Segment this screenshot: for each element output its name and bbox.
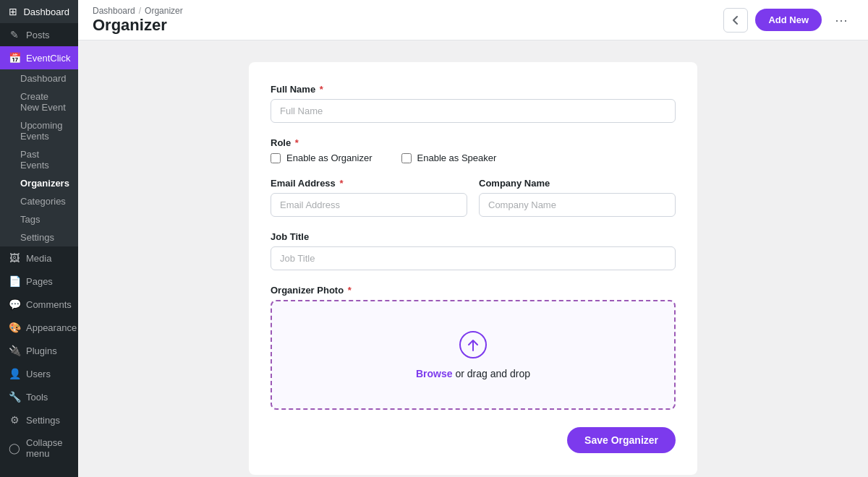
photo-upload-area[interactable]: Browse or drag and drop	[271, 300, 676, 410]
enable-speaker-checkbox[interactable]	[401, 153, 412, 163]
breadcrumb-current: Organizer	[145, 6, 183, 16]
job-title-input[interactable]	[271, 246, 676, 270]
role-required: *	[295, 137, 299, 148]
sidebar-label-appearance: Appearance	[26, 322, 77, 333]
sidebar-item-posts[interactable]: ✎ Posts	[0, 23, 78, 46]
sidebar-item-collapse[interactable]: ◯ Collapse menu	[0, 431, 78, 465]
sidebar-item-settings-sub[interactable]: Settings	[0, 228, 78, 246]
sidebar-item-categories[interactable]: Categories	[0, 192, 78, 210]
sidebar-submenu: Dashboard Create New Event Upcoming Even…	[0, 69, 78, 246]
sidebar-item-dashboard[interactable]: ⊞ Dashboard	[0, 0, 78, 23]
upload-icon	[286, 330, 660, 362]
back-button[interactable]	[723, 8, 748, 33]
company-group: Company Name	[479, 178, 676, 217]
sidebar-label-eventclick: EventClick	[26, 53, 70, 64]
media-icon: 🖼	[9, 252, 20, 264]
settings-icon: ⚙	[9, 414, 20, 426]
eventclick-icon: 📅	[9, 52, 20, 64]
role-label: Role *	[271, 137, 676, 148]
sidebar-item-plugins[interactable]: 🔌 Plugins	[0, 339, 78, 362]
full-name-group: Full Name *	[271, 84, 676, 123]
sidebar-label-users: Users	[26, 369, 51, 379]
sidebar-item-tags[interactable]: Tags	[0, 210, 78, 228]
photo-required: *	[348, 285, 352, 296]
sidebar: ⊞ Dashboard ✎ Posts 📅 EventClick Dashboa…	[0, 0, 78, 477]
company-label: Company Name	[479, 178, 676, 189]
sidebar-item-upcoming-events[interactable]: Upcoming Events	[0, 116, 78, 145]
sidebar-item-media[interactable]: 🖼 Media	[0, 246, 78, 270]
sidebar-item-dashboard-sub[interactable]: Dashboard	[0, 69, 78, 87]
sidebar-label-posts: Posts	[26, 30, 50, 40]
sidebar-item-settings[interactable]: ⚙ Settings	[0, 408, 78, 431]
enable-organizer-checkbox[interactable]	[271, 153, 281, 163]
sidebar-item-eventclick[interactable]: 📅 EventClick	[0, 46, 78, 69]
back-icon	[730, 14, 741, 26]
sidebar-item-comments[interactable]: 💬 Comments	[0, 293, 78, 316]
save-organizer-button[interactable]: Save Organizer	[567, 427, 676, 453]
organizer-form-card: Full Name * Role * Enable as Organizer	[249, 62, 697, 475]
sidebar-label-media: Media	[26, 253, 51, 264]
sidebar-item-pages[interactable]: 📄 Pages	[0, 270, 78, 293]
company-input[interactable]	[479, 193, 676, 217]
topbar: Dashboard / Organizer Organizer Add New …	[78, 0, 868, 40]
sidebar-item-tools[interactable]: 🔧 Tools	[0, 385, 78, 408]
sidebar-label-dashboard: Dashboard	[23, 7, 69, 17]
posts-icon: ✎	[9, 29, 20, 40]
upload-text: Browse or drag and drop	[286, 368, 660, 379]
main-content: Dashboard / Organizer Organizer Add New …	[78, 0, 868, 477]
pages-icon: 📄	[9, 275, 20, 287]
full-name-label: Full Name *	[271, 84, 676, 95]
photo-label: Organizer Photo *	[271, 285, 676, 296]
page-title: Organizer	[93, 16, 183, 35]
sidebar-label-collapse: Collapse menu	[26, 437, 69, 459]
photo-group: Organizer Photo * Browse or drag and dro…	[271, 285, 676, 410]
save-row: Save Organizer	[271, 427, 676, 453]
add-new-button[interactable]: Add New	[755, 9, 822, 31]
sidebar-label-pages: Pages	[26, 276, 53, 287]
sidebar-label-plugins: Plugins	[26, 345, 57, 356]
users-icon: 👤	[9, 368, 20, 379]
sidebar-item-appearance[interactable]: 🎨 Appearance	[0, 316, 78, 339]
email-group: Email Address *	[271, 178, 467, 217]
upload-browse-link[interactable]: Browse	[416, 368, 453, 379]
more-options-button[interactable]: ⋯	[829, 9, 854, 31]
sidebar-item-past-events[interactable]: Past Events	[0, 145, 78, 174]
job-title-label: Job Title	[271, 231, 676, 242]
breadcrumb: Dashboard / Organizer	[93, 6, 183, 16]
dashboard-icon: ⊞	[9, 6, 17, 17]
full-name-required: *	[320, 84, 323, 95]
plugins-icon: 🔌	[9, 345, 20, 356]
sidebar-label-tools: Tools	[26, 392, 48, 403]
email-input[interactable]	[271, 193, 467, 217]
enable-organizer-label[interactable]: Enable as Organizer	[271, 152, 373, 163]
breadcrumb-separator: /	[139, 6, 141, 16]
sidebar-label-comments: Comments	[26, 299, 72, 310]
enable-speaker-label[interactable]: Enable as Speaker	[401, 152, 497, 163]
tools-icon: 🔧	[9, 391, 20, 403]
email-company-row: Email Address * Company Name	[271, 178, 676, 231]
appearance-icon: 🎨	[9, 322, 20, 333]
job-title-group: Job Title	[271, 231, 676, 270]
breadcrumb-dashboard[interactable]: Dashboard	[93, 6, 135, 16]
topbar-left: Dashboard / Organizer Organizer	[93, 6, 183, 35]
collapse-icon: ◯	[9, 442, 20, 454]
content-area: Full Name * Role * Enable as Organizer	[78, 40, 868, 477]
role-group: Role * Enable as Organizer Enable as Spe…	[271, 137, 676, 163]
topbar-right: Add New ⋯	[723, 8, 854, 33]
sidebar-label-settings: Settings	[26, 415, 60, 426]
role-checkboxes: Enable as Organizer Enable as Speaker	[271, 152, 676, 163]
comments-icon: 💬	[9, 298, 20, 310]
email-label: Email Address *	[271, 178, 467, 189]
sidebar-item-organizers[interactable]: Organizers	[0, 174, 78, 192]
full-name-input[interactable]	[271, 99, 676, 123]
email-required: *	[339, 178, 343, 189]
sidebar-item-users[interactable]: 👤 Users	[0, 362, 78, 385]
sidebar-item-create-new-event[interactable]: Create New Event	[0, 87, 78, 116]
